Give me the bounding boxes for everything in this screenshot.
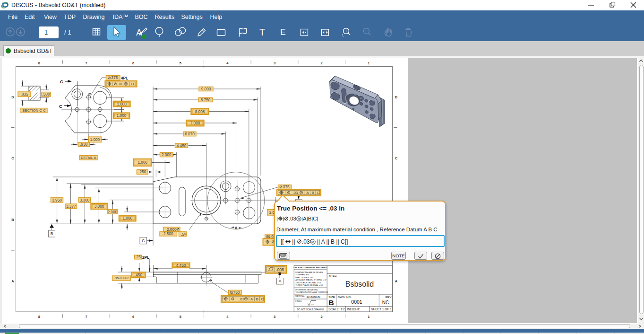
svg-text:SECTION C-C: SECTION C-C: [22, 108, 46, 113]
svg-text:C: C: [395, 156, 398, 160]
svg-text:FINISH: FINISH: [295, 300, 301, 302]
svg-text:.450: .450: [135, 273, 142, 277]
svg-text:5: 5: [180, 315, 181, 319]
svg-text:DIMENSIONS ARE IN INCHES: DIMENSIONS ARE IN INCHES: [295, 271, 323, 273]
svg-text:T: T: [259, 27, 265, 37]
svg-text:INTERPRET GEOMETRIC: INTERPRET GEOMETRIC: [295, 289, 318, 291]
svg-text:7: 7: [85, 61, 87, 65]
svg-text:1: 1: [368, 315, 369, 319]
svg-text:5: 5: [180, 61, 181, 65]
svg-text:.938: .938: [80, 142, 87, 147]
svg-text:.950±.002: .950±.002: [114, 276, 129, 280]
svg-text:1.000: 1.000: [138, 160, 148, 165]
svg-text:A: A: [235, 226, 238, 230]
svg-text:B: B: [256, 297, 258, 301]
svg-text:C: C: [60, 79, 63, 84]
svg-text:.25: .25: [135, 255, 141, 259]
svg-text:A: A: [395, 279, 398, 283]
svg-text:4.450: 4.450: [176, 264, 186, 268]
svg-text:6.070: 6.070: [185, 132, 195, 136]
svg-text:TOLERANCES:: TOLERANCES:: [295, 273, 309, 276]
svg-text:1.000: 1.000: [123, 216, 133, 220]
svg-text:7: 7: [85, 315, 87, 319]
svg-text:1.000: 1.000: [117, 102, 127, 106]
svg-text:ANGULAR: MACH± .5° BEND ± .5°: ANGULAR: MACH± .5° BEND ± .5°: [295, 279, 326, 281]
svg-text:TOLERANCING PER: ASME Y14.5M-1: TOLERANCING PER: ASME Y14.5M-1994: [295, 291, 328, 293]
svg-text:3: 3: [274, 61, 275, 65]
svg-text:2.000: 2.000: [108, 210, 118, 214]
svg-text:D: D: [11, 95, 14, 99]
svg-text:SHEET 1 OF 1: SHEET 1 OF 1: [371, 308, 392, 311]
svg-text:8.750: 8.750: [201, 98, 211, 102]
svg-text:REV: REV: [386, 295, 392, 299]
svg-text:M: M: [245, 298, 247, 300]
svg-text:3.950: 3.950: [52, 198, 62, 202]
svg-text:C: C: [142, 238, 145, 243]
svg-text:4.450: 4.450: [177, 144, 187, 148]
svg-text:8.008: 8.008: [195, 110, 205, 114]
svg-text:3: 3: [274, 315, 275, 319]
svg-text:.835: .835: [21, 92, 28, 97]
svg-text:TWO PLACE DECIMAL ±.03: TWO PLACE DECIMAL ±.03: [295, 281, 321, 284]
svg-text:B: B: [11, 218, 14, 222]
svg-text:2.000: 2.000: [162, 153, 172, 157]
svg-text:2: 2: [321, 61, 323, 65]
svg-text:M: M: [301, 191, 302, 193]
svg-text:1.000: 1.000: [90, 138, 100, 142]
svg-text:3.000: 3.000: [94, 204, 104, 209]
svg-text:NC: NC: [382, 300, 389, 305]
svg-text:A: A: [11, 279, 14, 283]
svg-text:.01: .01: [239, 297, 244, 301]
svg-text:9.000: 9.000: [201, 87, 211, 91]
svg-text:D: D: [395, 95, 398, 99]
svg-text:A: A: [250, 297, 253, 301]
svg-text:8: 8: [38, 315, 40, 319]
svg-text:6: 6: [132, 61, 134, 65]
svg-text:.01: .01: [118, 82, 122, 86]
svg-text:SCALE: 1:2: SCALE: 1:2: [328, 308, 345, 311]
svg-text:THREE PLACE DECIMAL ±.01: THREE PLACE DECIMAL ±.01: [295, 284, 323, 286]
svg-text:C: C: [59, 104, 62, 109]
svg-text:D: D: [131, 82, 134, 86]
svg-text:FRACTIONAL± 1/64: FRACTIONAL± 1/64: [295, 276, 314, 279]
svg-text:.03: .03: [293, 191, 298, 195]
svg-text:C: C: [317, 191, 320, 195]
svg-text:M: M: [125, 83, 127, 85]
svg-text:B: B: [51, 231, 53, 236]
svg-text:DETAIL A: DETAIL A: [81, 156, 96, 160]
svg-text:3.300: 3.300: [80, 198, 90, 202]
svg-text:Bsbsolid: Bsbsolid: [345, 280, 374, 288]
svg-text:M: M: [311, 239, 314, 244]
svg-text:.375: .375: [108, 76, 118, 80]
svg-text:DWG. NO.: DWG. NO.: [338, 295, 352, 299]
svg-text:8: 8: [38, 61, 40, 65]
svg-text:ALUMINIUM: ALUMINIUM: [307, 296, 320, 299]
svg-text:C: C: [11, 156, 14, 160]
svg-text:.005: .005: [276, 267, 284, 272]
svg-text:WEIGHT:: WEIGHT:: [347, 308, 361, 311]
svg-text:B: B: [312, 191, 314, 195]
svg-text:4PL: 4PL: [121, 76, 128, 80]
svg-text:0001: 0001: [351, 299, 362, 305]
svg-text:7.008: 7.008: [190, 121, 200, 125]
svg-text:125: 125: [311, 304, 314, 306]
svg-text:MATERIAL: MATERIAL: [295, 295, 305, 297]
svg-text:2.500: 2.500: [163, 232, 173, 236]
svg-text:.250: .250: [138, 170, 146, 174]
svg-text:1.000: 1.000: [117, 114, 127, 118]
svg-text:UNLESS OTHERWISE SPECIFIED:: UNLESS OTHERWISE SPECIFIED:: [293, 266, 327, 269]
svg-text:1: 1: [368, 61, 369, 65]
svg-text:E: E: [280, 27, 286, 37]
svg-text:.5: .5: [181, 232, 184, 237]
svg-text:A: A: [306, 191, 309, 195]
svg-text:6: 6: [132, 315, 134, 319]
svg-text:2.000: 2.000: [167, 228, 177, 232]
svg-text:B: B: [328, 299, 334, 307]
svg-text:2PL: 2PL: [142, 255, 149, 260]
svg-text:3.377: 3.377: [66, 204, 76, 209]
svg-text:DO NOT SCALE DRAWING: DO NOT SCALE DRAWING: [297, 308, 324, 311]
svg-text:2: 2: [321, 315, 323, 319]
svg-text:TITLE:: TITLE:: [328, 274, 337, 277]
svg-text:.500: .500: [43, 92, 50, 97]
svg-text:M: M: [298, 217, 301, 220]
